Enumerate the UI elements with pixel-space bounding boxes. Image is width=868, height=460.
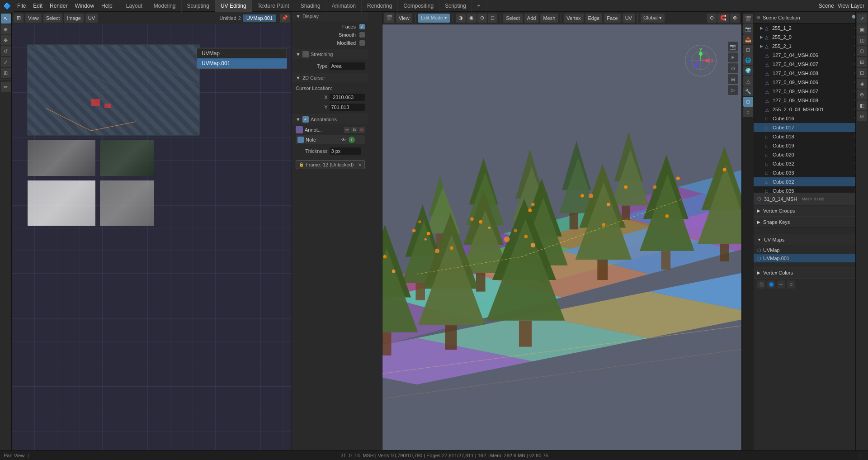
type-value[interactable]: Area bbox=[330, 62, 365, 70]
annotations-toggle[interactable] bbox=[302, 116, 309, 123]
outliner-item-255-2-1[interactable]: ▶ △ 255_2_1 👁 ↓ bbox=[754, 42, 868, 51]
cursor-x-value[interactable]: -2310.063 bbox=[330, 94, 365, 101]
cursor-section-header[interactable]: ▼ 2D Cursor bbox=[292, 73, 368, 82]
menu-help[interactable]: Help bbox=[98, 0, 116, 12]
vertex-groups-header[interactable]: ▶ Vertex Groups bbox=[754, 205, 868, 216]
tab-compositing[interactable]: Compositing bbox=[398, 0, 439, 12]
vp-select-btn[interactable]: Select bbox=[503, 14, 523, 23]
annotation-edit-btn[interactable]: ✏ bbox=[344, 127, 350, 133]
outliner-item-127009msh006[interactable]: △ 127_0_09_MSH.006 👁 ↓ bbox=[754, 78, 868, 87]
data-props-btn[interactable]: ⬡ bbox=[743, 97, 753, 107]
uv-map-option-uvmap001[interactable]: UVMap.001 bbox=[197, 58, 287, 68]
uv-maps-item-uvmap001[interactable]: ⬡ UVMap.001 📷 bbox=[754, 254, 868, 262]
vp-snap-btn[interactable]: 🧲 bbox=[717, 14, 729, 23]
vp-solid-shading[interactable]: ◑ bbox=[456, 14, 466, 23]
uv-map-option-uvmap[interactable]: UVMap bbox=[197, 48, 287, 58]
vp-filter-btn[interactable]: ⊙ bbox=[728, 63, 738, 73]
outliner-item-cube035[interactable]: □ Cube.035 👁 ↓ bbox=[754, 186, 868, 193]
outliner-item-cube033[interactable]: □ Cube.033 👁 ↓ bbox=[754, 168, 868, 177]
outliner-item-127004msh006[interactable]: △ 127_0_04_MSH.006 👁 ↓ bbox=[754, 51, 868, 60]
tab-sculpting[interactable]: Sculpting bbox=[182, 0, 215, 12]
outliner-item-cube016[interactable]: □ Cube.016 👁 ↓ bbox=[754, 114, 868, 123]
object-props-btn[interactable]: △ bbox=[743, 76, 753, 86]
scene-data-btn[interactable]: 🌐 bbox=[743, 55, 753, 65]
uv-image-btn[interactable]: Image bbox=[64, 14, 84, 23]
uv-select-btn[interactable]: Select bbox=[43, 14, 63, 23]
tab-animation[interactable]: Animation bbox=[326, 0, 362, 12]
annotation-copy-btn[interactable]: ⧉ bbox=[351, 127, 358, 133]
outliner-item-cube020[interactable]: □ Cube.020 👁 ↓ bbox=[754, 150, 868, 159]
vp-grid-btn[interactable]: ⊞ bbox=[728, 74, 738, 84]
outliner-item-255-2-0[interactable]: ▶ △ 255_2_0 👁 ↓ bbox=[754, 33, 868, 42]
world-props-btn[interactable]: 🌍 bbox=[743, 66, 753, 76]
vp-render-btn[interactable]: ▷ bbox=[728, 85, 738, 95]
annotations-header[interactable]: ▼ Annotations bbox=[292, 114, 368, 124]
note-remove-btn[interactable]: − bbox=[357, 137, 363, 143]
move-tool-btn[interactable]: ✥ bbox=[1, 35, 11, 45]
annotation-color[interactable] bbox=[296, 126, 303, 133]
transform-tool-btn[interactable]: ⊞ bbox=[1, 68, 11, 78]
vp-sun-btn[interactable]: ☀ bbox=[728, 52, 738, 62]
tab-add[interactable]: + bbox=[472, 0, 486, 12]
uv-canvas[interactable]: UVMap UVMap.001 bbox=[12, 24, 292, 460]
outliner-item-cube018[interactable]: □ Cube.018 👁 ↓ bbox=[754, 132, 868, 141]
outliner-item-127004msh007[interactable]: △ 127_0_04_MSH.007 👁 ↓ bbox=[754, 60, 868, 69]
vp-material-shading[interactable]: ◉ bbox=[467, 14, 476, 23]
outliner-item-255-1-2[interactable]: ▶ △ 255_1_2 👁 ↓ bbox=[754, 24, 868, 33]
gizmo-circle[interactable]: X Y Z bbox=[685, 45, 717, 76]
vp-type-btn[interactable]: 🎬 bbox=[384, 13, 394, 23]
vp-overlay-btn[interactable]: ⊙ bbox=[707, 14, 717, 23]
annotate-btn[interactable]: ✏ bbox=[1, 82, 11, 92]
vp-add-btn[interactable]: Add bbox=[524, 14, 539, 23]
modifier-props-btn[interactable]: 🔧 bbox=[743, 86, 753, 96]
view-layer-props-btn[interactable]: ⊞ bbox=[743, 45, 753, 55]
cursor-y-value[interactable]: 701.813 bbox=[330, 104, 365, 111]
vp-proportional-btn[interactable]: ⊚ bbox=[730, 14, 740, 23]
rotate-tool-btn[interactable]: ↺ bbox=[1, 46, 11, 56]
outliner-item-25520msh001[interactable]: △ 255_2_0_03_MSH.001 👁 ↓ bbox=[754, 105, 868, 114]
vp-wireframe-shading[interactable]: ◻ bbox=[488, 14, 497, 23]
uv-pin-btn[interactable]: 📌 bbox=[280, 14, 290, 23]
stretching-section-header[interactable]: ▼ Stretching bbox=[292, 49, 368, 59]
note-color-swatch[interactable] bbox=[297, 137, 304, 143]
display-section-header[interactable]: ▼ Display bbox=[292, 12, 368, 21]
viewport-canvas[interactable]: User Perspective (12) 31_0_14_MSH bbox=[382, 24, 741, 460]
uv-editor-type-btn[interactable]: ⊞ bbox=[14, 14, 24, 23]
outliner-item-127009msh008[interactable]: △ 127_0_09_MSH.008 👁 ↓ bbox=[754, 96, 868, 105]
uv-menu-btn[interactable]: UV bbox=[85, 14, 98, 23]
stretching-toggle[interactable] bbox=[302, 51, 309, 57]
bottom-icon-4[interactable]: ⊙ bbox=[787, 280, 795, 289]
output-props-btn[interactable]: 📤 bbox=[743, 34, 753, 44]
vp-uv-btn[interactable]: UV bbox=[623, 14, 635, 23]
tab-scripting[interactable]: Scripting bbox=[439, 0, 472, 12]
vp-transform-space[interactable]: Global ▾ bbox=[641, 14, 665, 23]
menu-render[interactable]: Render bbox=[46, 0, 71, 12]
uv-maps-header[interactable]: ▼ UV Maps bbox=[754, 234, 868, 245]
bottom-icon-2[interactable]: 🔵 bbox=[767, 280, 775, 289]
modified-checkbox[interactable] bbox=[359, 40, 365, 46]
menu-edit[interactable]: Edit bbox=[29, 0, 46, 12]
note-visibility-btn[interactable]: 👁 bbox=[340, 137, 347, 143]
tab-layout[interactable]: Layout bbox=[121, 0, 148, 12]
bottom-icon-3[interactable]: ✏ bbox=[777, 280, 785, 289]
render-props-btn[interactable]: 📷 bbox=[743, 24, 753, 34]
smooth-checkbox[interactable] bbox=[359, 32, 365, 38]
tab-rendering[interactable]: Rendering bbox=[362, 0, 398, 12]
outliner-item-cube034[interactable]: □ Cube.032 👁 ↓ bbox=[754, 177, 868, 186]
bottom-icon-1[interactable]: ⚫ bbox=[757, 280, 765, 289]
scene-props-btn[interactable]: 🎬 bbox=[743, 14, 753, 24]
uv-maps-item-uvmap[interactable]: ⬡ UVMap 📷 bbox=[754, 246, 868, 254]
uv-view-btn[interactable]: View bbox=[25, 14, 42, 23]
vp-rendered-shading[interactable]: ⊙ bbox=[477, 14, 487, 23]
outliner-item-cube017[interactable]: □ Cube.017 👁 ↓ bbox=[754, 123, 868, 132]
frame-close-btn[interactable]: ✕ bbox=[358, 162, 362, 167]
note-add-btn[interactable]: + bbox=[349, 137, 355, 143]
annotation-delete-btn[interactable]: ✕ bbox=[359, 127, 365, 133]
scene-name[interactable]: Scene bbox=[819, 3, 834, 9]
vp-face-btn[interactable]: Face bbox=[604, 14, 620, 23]
material-props-btn[interactable]: ○ bbox=[743, 107, 753, 117]
faces-checkbox[interactable] bbox=[359, 24, 365, 29]
menu-file[interactable]: File bbox=[14, 0, 29, 12]
vp-view-btn[interactable]: View bbox=[396, 14, 412, 23]
edit-mode-btn[interactable]: Edit Mode ▾ bbox=[418, 14, 450, 23]
